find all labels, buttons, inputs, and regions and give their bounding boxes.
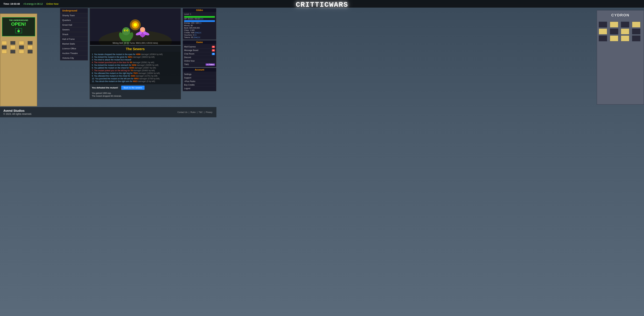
account-panel-title: Account (183, 68, 216, 72)
mail-express-label: Mail Express (184, 46, 196, 48)
player-panel: Gibbo Level: 1 HP: 50,621 / 50,621 [+] E… (182, 8, 216, 40)
settings-label: Settings (184, 73, 192, 75)
battle-log-line: 11. You struck the mutant on the right a… (92, 80, 179, 83)
nav-item-shack[interactable]: Shack (60, 32, 88, 37)
battle-log-line: 9. You elbowed the mutant on the chest f… (92, 75, 179, 77)
online-now-label: Online Now (184, 60, 194, 62)
battle-heading: The Sewers (90, 46, 181, 52)
nav-item-quarters[interactable]: Quarters (60, 18, 88, 23)
twg-badge: +1 Token (206, 63, 215, 66)
battle-content-area[interactable]: The Sewers 1. You karate chopped the mut… (90, 46, 181, 99)
footer-brand: Avend Studios © 2023. All rights reserve… (4, 109, 32, 115)
hp-bar-bg (184, 16, 215, 18)
player-level: Level: 1 (184, 13, 215, 15)
money-line: Money: $0 (184, 24, 215, 26)
battle-log-line: 2. You kicked the mutant in the groin fo… (92, 56, 179, 58)
battle-log-line: 10. You punched the mutant on the left a… (92, 77, 179, 80)
twg-label: TWG (184, 63, 189, 66)
left-navigation: Underground Shanty Town Quarters Great H… (60, 8, 88, 105)
battle-log-line: 5. You kicked the mutant on the stomach … (92, 64, 179, 66)
nav-item-hall-of-fame[interactable]: Hall of Fame (60, 37, 88, 41)
scene-svg: M O C (90, 8, 180, 45)
settings-row[interactable]: Settings (184, 73, 215, 76)
support-label: Support (184, 77, 191, 79)
game-panel: Game Mail Express 0 Message Board 0 Chat… (182, 40, 216, 67)
buy-credits-label: Buy Credits (184, 84, 194, 86)
nav-item-victoria-city[interactable]: Victoria City (60, 56, 88, 60)
credits-line: Credits: 408 [Use] [+] (184, 31, 215, 34)
footer-rules-link[interactable]: Rules (190, 111, 196, 113)
battle-log-line: 3. You tried to attack the mutant but mi… (92, 59, 179, 61)
reward-line: The mutant dropped 84 minerals. (92, 95, 179, 97)
svg-point-4 (134, 23, 137, 27)
plus-packs-label: +Plus Packs (184, 80, 195, 83)
online-status: Online Now (46, 2, 58, 5)
svg-point-9 (124, 30, 125, 31)
hp-stat-line: HP: 50,621 / 50,621 [+] (184, 18, 215, 20)
defeated-message: You defeated the mutant! Back to the sew… (92, 86, 179, 90)
nav-item-auction-theatre[interactable]: Auction Theatre (60, 51, 88, 56)
logout-label: Logout (184, 87, 190, 90)
nav-item-shanty-town[interactable]: Shanty Town (60, 13, 88, 18)
nav-section-title: Underground (60, 8, 88, 13)
game-panel-title: Game (183, 40, 216, 44)
account-panel: Account Settings Support +Plus Packs Buy… (182, 68, 216, 91)
mail-express-row[interactable]: Mail Express 0 (184, 45, 215, 49)
tokens-use-link[interactable]: [Use] (194, 36, 198, 38)
nav-item-sewers[interactable]: Sewers (60, 27, 88, 32)
main-layout: Underground Shanty Town Quarters Great H… (0, 0, 216, 105)
logout-row[interactable]: Logout (184, 87, 215, 90)
nav-item-great-hall[interactable]: Great Hall (60, 23, 88, 27)
twg-row[interactable]: TWG +1 Token (184, 63, 215, 66)
energy-stat-line: Energy: 150 / 150 [+] (184, 22, 215, 24)
message-board-badge: 0 (212, 49, 215, 51)
hp-bar-fill (184, 16, 215, 18)
buy-credits-row[interactable]: Buy Credits (184, 83, 215, 87)
tokens-line: Tokens: 95 [Use] [+] (184, 36, 215, 38)
svg-point-6 (122, 27, 130, 35)
tokens-plus-link[interactable]: [+] (198, 36, 200, 38)
battle-log: 1. You karate chopped the mutant in the … (90, 52, 181, 84)
footer: Avend Studios © 2023. All rights reserve… (0, 107, 216, 117)
rewards-area: You gained 1000 exp.The mutant dropped 8… (90, 91, 181, 99)
plus-packs-row[interactable]: +Plus Packs (184, 80, 215, 83)
footer-links: Contact Us | Rules | T&C | Privacy (177, 111, 213, 113)
energy-timer: +5 energy in 06:12 (23, 2, 43, 5)
energy-bar-bg (184, 20, 215, 22)
mail-express-badge: 0 (212, 46, 215, 48)
game-time: Time: 19:03:48 (4, 2, 20, 5)
hp-use-link[interactable]: [+] (201, 18, 203, 20)
credits-use-link[interactable]: [Use] (194, 32, 198, 34)
back-to-sewers-button[interactable]: Back to the sewers (121, 86, 144, 90)
battle-log-line: 7. The mutant poked you on the left leg … (92, 69, 179, 72)
battle-log-line: 6. You jabbed the mutant on the chest fo… (92, 67, 179, 69)
nav-item-market-stalls[interactable]: Market Stalls (60, 41, 88, 46)
discord-label: Discord (184, 56, 191, 59)
credits-plus-link[interactable]: [+] (199, 32, 201, 34)
footer-privacy-link[interactable]: Privacy (206, 111, 212, 113)
nav-item-licence-office[interactable]: Licence Office (60, 46, 88, 51)
chat-room-label: Chat Room (184, 53, 194, 55)
message-board-row[interactable]: Message Board 0 (184, 49, 215, 52)
footer-tnc-link[interactable]: T&C (199, 111, 203, 113)
bank-line: Bank: $49,409,666 (184, 27, 215, 29)
battle-log-line: 4. The mutant punched you in the face fo… (92, 61, 179, 64)
hp-bar-container: HP: 50,621 / 50,621 [+] (184, 16, 215, 20)
energy-bar-container: Energy: 150 / 150 [+] (184, 20, 215, 24)
studio-name: Avend Studios (4, 109, 32, 113)
battle-log-line: 8. You elbowed the mutant on the right l… (92, 72, 179, 74)
center-content: M O C Mining Skill: 30.50 Turns: 994/1,0… (88, 8, 182, 105)
online-now-row[interactable]: Online Now (184, 59, 215, 63)
chat-room-row[interactable]: Chat Room 2 (184, 52, 215, 56)
footer-copyright: © 2023. All rights reserved. (4, 113, 32, 115)
footer-contact-link[interactable]: Contact Us (177, 111, 187, 113)
vouchers-plus-link[interactable]: [+] (194, 34, 196, 36)
battle-log-line: 1. You karate chopped the mutant in the … (92, 53, 179, 55)
discord-row[interactable]: Discord (184, 56, 215, 59)
chips-line: Chips: 1,945 (184, 29, 215, 31)
svg-point-10 (127, 30, 128, 31)
message-board-label: Message Board (184, 49, 198, 51)
skill-bar: Mining Skill: 30.50 Turns: 994/1,000 (+2… (90, 41, 180, 45)
support-row[interactable]: Support (184, 76, 215, 80)
energy-plus-link[interactable]: [+] (199, 22, 201, 24)
